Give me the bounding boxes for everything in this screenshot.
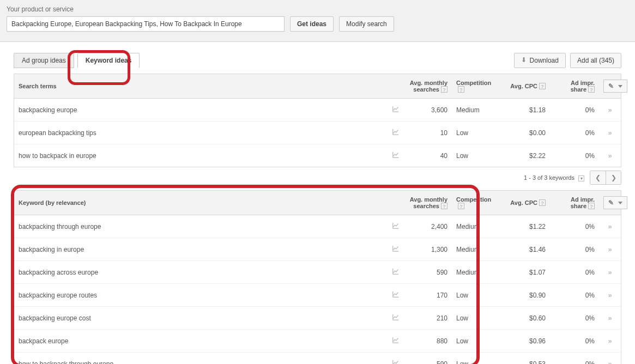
table-row: backpacking europe cost210Low$0.600%» (14, 307, 621, 330)
cell-searches: 1,300 (403, 238, 452, 261)
cell-share: 0% (550, 330, 599, 353)
cell-cpc: $1.46 (501, 238, 550, 261)
product-input[interactable] (7, 16, 285, 32)
modify-search-button[interactable]: Modify search (339, 16, 394, 32)
header-ad-share[interactable]: Ad impr. share? (550, 191, 599, 215)
cell-searches: 40 (403, 144, 452, 167)
cell-chart[interactable] (388, 353, 403, 365)
cell-chart[interactable] (388, 330, 403, 353)
get-ideas-button[interactable]: Get ideas (290, 16, 334, 32)
chevron-right-icon: » (608, 106, 612, 114)
cell-add[interactable]: » (599, 144, 621, 167)
header-avg-cpc[interactable]: Avg. CPC? (501, 74, 550, 99)
cell-term[interactable]: european backpacking tips (14, 122, 388, 144)
cell-searches: 880 (403, 330, 452, 353)
header-edit-columns[interactable]: ✎ (599, 74, 621, 99)
download-button[interactable]: ⬇ Download (514, 53, 566, 68)
cell-term[interactable]: backpacking through europe (14, 215, 388, 238)
cell-add[interactable]: » (599, 122, 621, 144)
cell-chart[interactable] (388, 99, 403, 122)
cell-term[interactable]: backpack europe (14, 330, 388, 353)
header-avg-searches[interactable]: Avg. monthly searches? (403, 74, 452, 99)
cell-chart[interactable] (388, 122, 403, 144)
download-label: Download (530, 57, 559, 64)
table-row: how to backpack through europe590Low$0.5… (14, 353, 621, 365)
header-search-terms[interactable]: Search terms (14, 74, 388, 99)
cell-term[interactable]: backpacking across europe (14, 261, 388, 284)
cell-chart[interactable] (388, 307, 403, 330)
header-avg-cpc[interactable]: Avg. CPC? (501, 191, 550, 215)
cell-term[interactable]: backpacking in europe (14, 238, 388, 261)
cell-cpc: $1.22 (501, 215, 550, 238)
cell-cpc: $2.22 (501, 144, 550, 167)
cell-add[interactable]: » (599, 99, 621, 122)
cell-share: 0% (550, 238, 599, 261)
cell-cpc: $1.18 (501, 99, 550, 122)
chart-icon (392, 313, 400, 321)
header-avg-searches[interactable]: Avg. monthly searches? (403, 191, 452, 215)
cell-add[interactable]: » (599, 330, 621, 353)
caret-down-icon (618, 85, 622, 88)
cell-searches: 210 (403, 307, 452, 330)
cell-add[interactable]: » (599, 215, 621, 238)
chevron-right-icon: » (608, 222, 612, 230)
cell-term[interactable]: how to backpack in europe (14, 144, 388, 167)
cell-chart[interactable] (388, 261, 403, 284)
table-row: backpacking europe routes170Low$0.900%» (14, 284, 621, 307)
pager-buttons: ❮ ❯ (590, 171, 621, 185)
cell-add[interactable]: » (599, 261, 621, 284)
cell-searches: 170 (403, 284, 452, 307)
cell-add[interactable]: » (599, 284, 621, 307)
help-icon[interactable]: ? (441, 86, 447, 93)
cell-add[interactable]: » (599, 238, 621, 261)
chart-icon (392, 245, 400, 252)
cell-chart[interactable] (388, 144, 403, 167)
cell-chart[interactable] (388, 215, 403, 238)
chart-icon (392, 151, 400, 159)
table-row: backpacking in europe1,300Medium$1.460%» (14, 238, 621, 261)
help-icon[interactable]: ? (441, 203, 447, 209)
help-icon[interactable]: ? (588, 86, 595, 93)
pager-next-button[interactable]: ❯ (606, 171, 621, 184)
cell-searches: 590 (403, 261, 452, 284)
search-row: Get ideas Modify search (7, 16, 628, 32)
pager-prev-button[interactable]: ❮ (590, 171, 606, 184)
chart-icon (392, 268, 400, 275)
table-header-row: Keyword (by relevance) Avg. monthly sear… (14, 191, 621, 215)
cell-term[interactable]: how to backpack through europe (14, 353, 388, 365)
header-keyword[interactable]: Keyword (by relevance) (14, 191, 388, 215)
help-icon[interactable]: ? (588, 203, 595, 209)
cell-term[interactable]: backpacking europe (14, 99, 388, 122)
tab-keyword-ideas[interactable]: Keyword ideas (77, 53, 140, 68)
pencil-icon: ✎ (608, 82, 614, 90)
cell-term[interactable]: backpacking europe cost (14, 307, 388, 330)
keyword-ideas-section: Keyword (by relevance) Avg. monthly sear… (14, 190, 621, 364)
chevron-right-icon: » (608, 360, 612, 364)
cell-cpc: $0.96 (501, 330, 550, 353)
cell-add[interactable]: » (599, 353, 621, 365)
header-edit-columns[interactable]: ✎ (599, 191, 621, 215)
cell-share: 0% (550, 284, 599, 307)
cell-competition: Low (452, 330, 501, 353)
header-competition[interactable]: Competition? (452, 74, 501, 99)
header-ad-share[interactable]: Ad impr. share? (550, 74, 599, 99)
pager-dropdown-icon[interactable]: ▾ (578, 175, 584, 181)
cell-add[interactable]: » (599, 307, 621, 330)
caret-down-icon (618, 202, 622, 204)
cell-term[interactable]: backpacking europe routes (14, 284, 388, 307)
tab-ad-group-ideas[interactable]: Ad group ideas (14, 53, 74, 68)
help-icon[interactable]: ? (458, 203, 464, 209)
cell-competition: Low (452, 122, 501, 144)
cell-competition: Medium (452, 238, 501, 261)
cell-chart[interactable] (388, 284, 403, 307)
search-panel: Your product or service Get ideas Modify… (0, 0, 635, 42)
header-competition[interactable]: Competition? (452, 191, 501, 215)
chart-icon (392, 128, 400, 136)
chevron-right-icon: » (608, 291, 612, 299)
help-icon[interactable]: ? (539, 199, 546, 206)
help-icon[interactable]: ? (539, 83, 546, 89)
chart-icon (392, 290, 400, 298)
cell-chart[interactable] (388, 238, 403, 261)
help-icon[interactable]: ? (458, 86, 464, 93)
add-all-button[interactable]: Add all (345) (570, 53, 621, 68)
